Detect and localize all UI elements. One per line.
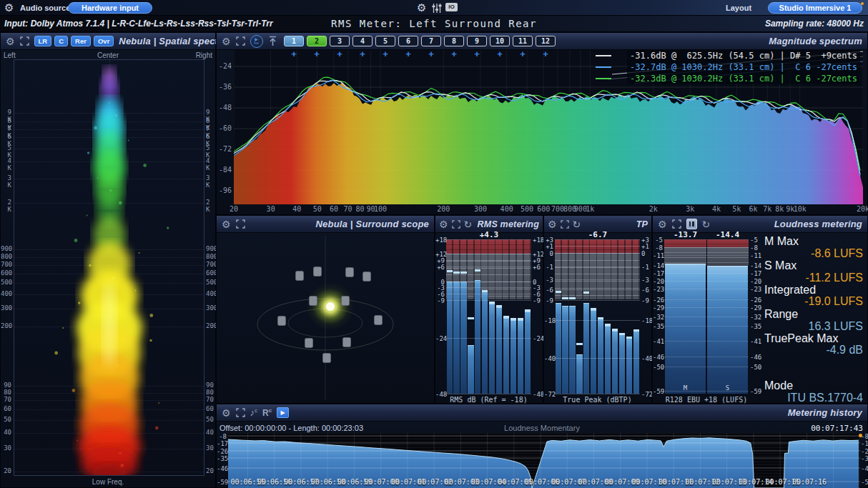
expand-icon[interactable]	[20, 36, 29, 46]
live-mode-icon[interactable]: ▶ live	[250, 35, 263, 48]
history-db-label: -59	[217, 479, 227, 486]
freq-tick-label: 5 K	[206, 144, 217, 159]
freq-tick-label: 400	[206, 290, 217, 297]
tp-peak-marker	[612, 329, 618, 331]
channel-button-11[interactable]: 11	[513, 36, 533, 46]
settings-gear-icon[interactable]: ⚙	[417, 2, 426, 13]
expand-icon[interactable]	[236, 408, 245, 417]
low-freq-label: Low Freq.	[92, 478, 124, 486]
layout-preset-button[interactable]: Studio Immersive 1	[768, 2, 862, 14]
channel-button-6[interactable]: 6	[398, 36, 418, 46]
meter-tick-line	[446, 394, 531, 394]
gear-icon[interactable]: ⚙	[658, 219, 667, 229]
expand-icon[interactable]	[452, 220, 460, 229]
scale-label: -9	[533, 297, 543, 304]
spectrum-readout: -31.6dB @ 625.5Hz (54.5 cm) | D# 5 +9cen…	[627, 50, 860, 61]
tp-bar	[598, 319, 603, 394]
gear-icon[interactable]: ⚙	[222, 408, 231, 418]
channel-button-10[interactable]: 10	[490, 36, 510, 46]
gear-icon[interactable]: ⚙	[439, 219, 448, 229]
spatial-channel-button-c[interactable]: C	[54, 36, 68, 46]
meter-tick-line	[446, 260, 531, 261]
spatial-channel-button-ovr[interactable]: Ovr	[94, 36, 114, 46]
db-tick-label: -24	[218, 63, 232, 70]
channel-button-8[interactable]: 8	[444, 36, 464, 46]
channel-button-5[interactable]: 5	[375, 36, 395, 46]
gear-icon[interactable]: ⚙	[222, 219, 231, 229]
reset-icon[interactable]: ↻	[464, 219, 473, 229]
channel-button-7[interactable]: 7	[421, 36, 441, 46]
freq-tick-label: 60	[206, 405, 217, 412]
reset-counter-icon[interactable]: Rc	[262, 408, 272, 417]
hardware-input-button[interactable]: Hardware input	[68, 2, 152, 14]
history-play-button[interactable]: ▶	[277, 407, 289, 418]
reset-icon[interactable]: ↻	[573, 219, 581, 229]
channel-button-2[interactable]: 2	[307, 36, 327, 46]
channel-button-9[interactable]: 9	[467, 36, 487, 46]
rms-bar	[518, 320, 523, 394]
reset-icon[interactable]: ↻	[702, 219, 711, 229]
freq-tick-label: 10k	[789, 206, 811, 213]
freq-tick-label: 500	[206, 279, 217, 286]
channel-button-4[interactable]: 4	[352, 36, 373, 46]
pause-button[interactable]	[686, 219, 697, 229]
meter-tick-line	[664, 255, 749, 256]
speaker-icon	[296, 272, 304, 281]
scale-label: -1	[544, 264, 553, 271]
channel-button-3[interactable]: 3	[330, 36, 350, 46]
scale-label: -20	[653, 278, 663, 285]
db-tick-label: -36	[218, 84, 232, 91]
gear-icon[interactable]: ⚙	[6, 36, 15, 46]
stat-value: -19.0 LUFS	[804, 295, 863, 308]
expand-icon[interactable]	[672, 219, 681, 229]
gear-icon[interactable]: ⚙	[222, 36, 231, 46]
history-db-label: -26	[861, 448, 868, 455]
tp-bar	[576, 354, 582, 394]
tp-peak-marker	[619, 333, 625, 335]
spectrum-plot: ++++++++++++-31.6dB @ 625.5Hz (54.5 cm) …	[234, 50, 863, 204]
freq-tick-label: 3 K	[1, 174, 11, 189]
scale-label: -59	[653, 388, 663, 395]
scale-label: -32	[653, 314, 663, 321]
channel-button-1[interactable]: 1	[284, 36, 304, 46]
history-graph[interactable]: 00:06:5500:06:5600:06:5700:06:5800:06:59…	[228, 433, 860, 488]
spatial-channel-button-lr[interactable]: LR	[34, 36, 52, 46]
gear-icon[interactable]: ⚙	[548, 219, 557, 229]
scale-label: -23	[653, 286, 663, 293]
expand-icon[interactable]	[236, 36, 245, 46]
stat-label: Range	[764, 308, 798, 321]
app-root: ⚙ Audio source Hardware input ⚙ IO Layou…	[0, 0, 868, 488]
meter-tick-line	[555, 358, 640, 359]
meter-tick-line	[664, 341, 749, 342]
surround-scope-header: ⚙ Nebula | Surround scope	[217, 216, 434, 233]
scroll-to-top-icon[interactable]	[268, 36, 277, 46]
freq-tick-label: 70	[206, 396, 217, 403]
panel-title: TP	[636, 219, 648, 229]
scale-label: -3	[544, 277, 553, 284]
spectrogram-display	[14, 59, 204, 476]
audio-source-gear-icon[interactable]: ⚙	[4, 2, 14, 13]
tp-bar	[591, 310, 596, 394]
meter-tick-line	[446, 300, 531, 301]
spatial-channel-button-rer[interactable]: Rer	[71, 36, 91, 46]
scale-label: -23	[750, 286, 761, 293]
freq-tick-label: 20	[223, 206, 245, 213]
rms-peak-marker	[482, 290, 488, 292]
axis-label-right: Right	[196, 51, 212, 59]
scale-label: +6	[533, 264, 543, 271]
expand-icon[interactable]	[236, 219, 245, 229]
meter-tick-line	[555, 394, 640, 394]
channel-button-12[interactable]: 12	[536, 36, 556, 46]
scale-label: -24	[533, 335, 543, 342]
freq-tick-label: 40	[286, 206, 307, 213]
io-routing-icon[interactable]: IO	[445, 3, 458, 11]
spatial-spectrogram-panel: ⚙ LRCRerOvr Nebula | Spatial spectrogram…	[0, 32, 216, 488]
expand-icon[interactable]	[561, 220, 569, 229]
current-time: 00:07:17:43	[811, 424, 863, 433]
loudness-metering-panel: ⚙ ↻ Loudness metering M Max-8.6 LUFSS Ma…	[652, 215, 868, 404]
history-db-label: -35	[861, 455, 868, 462]
mixer-sliders-icon[interactable]	[432, 4, 442, 13]
tp-bar	[626, 338, 632, 394]
meter-max-value: -6.7	[544, 230, 651, 239]
timecode-mode-icon[interactable]: ♪c	[250, 408, 258, 417]
